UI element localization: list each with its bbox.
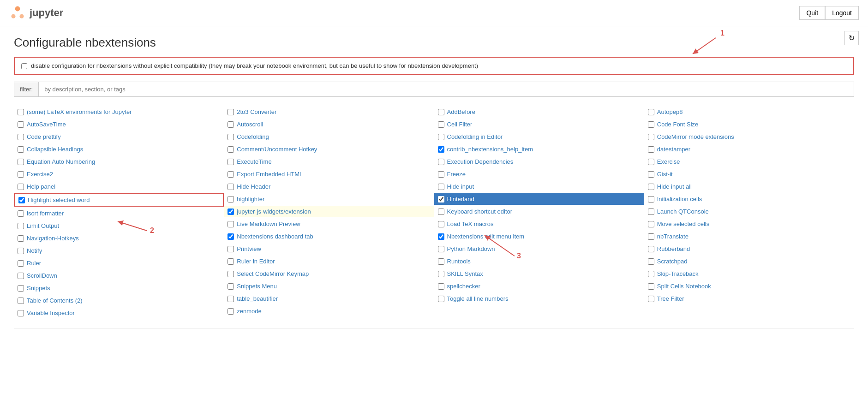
- list-item[interactable]: Load TeX macros: [434, 218, 644, 230]
- list-item[interactable]: Snippets Menu: [224, 280, 434, 292]
- ext-checkbox[interactable]: [18, 285, 24, 292]
- ext-checkbox[interactable]: [648, 109, 654, 115]
- list-item[interactable]: isort formatter: [14, 208, 224, 219]
- ext-checkbox[interactable]: [227, 134, 234, 140]
- compat-checkbox[interactable]: [21, 63, 27, 69]
- list-item[interactable]: Autoscroll: [224, 119, 434, 130]
- compat-label[interactable]: disable configuration for nbextensions w…: [31, 62, 478, 69]
- list-item[interactable]: Notify: [14, 245, 224, 256]
- list-item[interactable]: highlighter: [224, 193, 434, 205]
- ext-checkbox[interactable]: [438, 196, 444, 202]
- list-item[interactable]: 2to3 Converter: [224, 106, 434, 118]
- list-item[interactable]: Exercise2: [14, 168, 224, 180]
- ext-checkbox[interactable]: [18, 273, 24, 279]
- ext-checkbox[interactable]: [438, 208, 444, 215]
- ext-checkbox[interactable]: [648, 233, 654, 240]
- ext-checkbox[interactable]: [648, 296, 654, 302]
- ext-checkbox[interactable]: [438, 171, 444, 178]
- ext-checkbox[interactable]: [227, 246, 234, 252]
- ext-checkbox[interactable]: [648, 134, 654, 140]
- list-item[interactable]: zenmode: [224, 305, 434, 317]
- ext-checkbox[interactable]: [18, 197, 25, 203]
- ext-checkbox[interactable]: [648, 271, 654, 277]
- list-item[interactable]: Code Font Size: [644, 119, 854, 130]
- ext-checkbox[interactable]: [648, 184, 654, 190]
- ext-checkbox[interactable]: [648, 146, 654, 153]
- list-item[interactable]: Split Cells Notebook: [644, 280, 854, 292]
- ext-checkbox[interactable]: [227, 109, 234, 115]
- list-item[interactable]: Tree Filter: [644, 293, 854, 304]
- list-item[interactable]: ExecuteTime: [224, 156, 434, 167]
- list-item[interactable]: Code prettify: [14, 131, 224, 143]
- list-item[interactable]: Highlight selected word: [14, 193, 224, 207]
- list-item[interactable]: Execution Dependencies: [434, 156, 644, 167]
- ext-checkbox[interactable]: [227, 184, 234, 190]
- list-item[interactable]: Ruler: [14, 257, 224, 269]
- list-item[interactable]: ScrollDown: [14, 270, 224, 281]
- list-item[interactable]: Hide Header: [224, 181, 434, 192]
- ext-checkbox[interactable]: [648, 159, 654, 165]
- list-item[interactable]: Printview: [224, 243, 434, 255]
- list-item[interactable]: Ruler in Editor: [224, 256, 434, 267]
- ext-checkbox[interactable]: [227, 121, 234, 128]
- ext-checkbox[interactable]: [438, 246, 444, 252]
- ext-checkbox[interactable]: [227, 146, 234, 153]
- ext-checkbox[interactable]: [438, 134, 444, 140]
- list-item[interactable]: Equation Auto Numbering: [14, 156, 224, 167]
- list-item[interactable]: CodeMirror mode extensions: [644, 131, 854, 143]
- list-item[interactable]: Python Markdown: [434, 243, 644, 255]
- ext-checkbox[interactable]: [18, 109, 24, 115]
- ext-checkbox[interactable]: [18, 310, 24, 316]
- list-item[interactable]: Nbextensions edit menu item: [434, 231, 644, 242]
- list-item[interactable]: Limit Output: [14, 220, 224, 232]
- ext-checkbox[interactable]: [227, 283, 234, 290]
- list-item[interactable]: nbTranslate: [644, 231, 854, 242]
- list-item[interactable]: AddBefore: [434, 106, 644, 118]
- list-item[interactable]: Keyboard shortcut editor: [434, 206, 644, 217]
- ext-checkbox[interactable]: [438, 121, 444, 128]
- ext-checkbox[interactable]: [227, 308, 234, 315]
- list-item[interactable]: Comment/Uncomment Hotkey: [224, 143, 434, 155]
- list-item[interactable]: Launch QTConsole: [644, 206, 854, 217]
- ext-checkbox[interactable]: [227, 271, 234, 277]
- list-item[interactable]: Live Markdown Preview: [224, 218, 434, 230]
- ext-checkbox[interactable]: [18, 223, 24, 229]
- ext-checkbox[interactable]: [227, 196, 234, 202]
- ext-checkbox[interactable]: [648, 221, 654, 227]
- ext-checkbox[interactable]: [18, 134, 24, 140]
- ext-checkbox[interactable]: [18, 298, 24, 304]
- list-item[interactable]: Hide input: [434, 181, 644, 192]
- list-item[interactable]: Cell Filter: [434, 119, 644, 130]
- ext-checkbox[interactable]: [18, 146, 24, 153]
- ext-checkbox[interactable]: [438, 283, 444, 290]
- list-item[interactable]: Table of Contents (2): [14, 295, 224, 306]
- list-item[interactable]: SKILL Syntax: [434, 268, 644, 280]
- list-item[interactable]: Skip-Traceback: [644, 268, 854, 280]
- list-item[interactable]: Initialization cells: [644, 193, 854, 205]
- ext-checkbox[interactable]: [227, 233, 234, 240]
- list-item[interactable]: Help panel: [14, 181, 224, 192]
- ext-checkbox[interactable]: [227, 159, 234, 165]
- list-item[interactable]: Gist-it: [644, 168, 854, 180]
- list-item[interactable]: Runtools: [434, 256, 644, 267]
- list-item[interactable]: Exercise: [644, 156, 854, 167]
- refresh-button[interactable]: ↻: [844, 31, 859, 45]
- ext-checkbox[interactable]: [648, 196, 654, 202]
- list-item[interactable]: Select CodeMirror Keymap: [224, 268, 434, 280]
- list-item[interactable]: AutoSaveTime: [14, 119, 224, 130]
- ext-checkbox[interactable]: [438, 221, 444, 227]
- list-item[interactable]: datestamper: [644, 143, 854, 155]
- list-item[interactable]: Nbextensions dashboard tab: [224, 231, 434, 242]
- list-item[interactable]: Hide input all: [644, 181, 854, 192]
- ext-checkbox[interactable]: [438, 159, 444, 165]
- ext-checkbox[interactable]: [227, 296, 234, 302]
- list-item[interactable]: Navigation-Hotkeys: [14, 232, 224, 244]
- ext-checkbox[interactable]: [18, 248, 24, 254]
- list-item[interactable]: Hinterland: [434, 193, 644, 205]
- filter-input[interactable]: [39, 82, 854, 96]
- list-item[interactable]: Autopep8: [644, 106, 854, 118]
- list-item[interactable]: contrib_nbextensions_help_item: [434, 143, 644, 155]
- ext-checkbox[interactable]: [438, 233, 444, 240]
- ext-checkbox[interactable]: [438, 146, 444, 153]
- list-item[interactable]: Codefolding: [224, 131, 434, 143]
